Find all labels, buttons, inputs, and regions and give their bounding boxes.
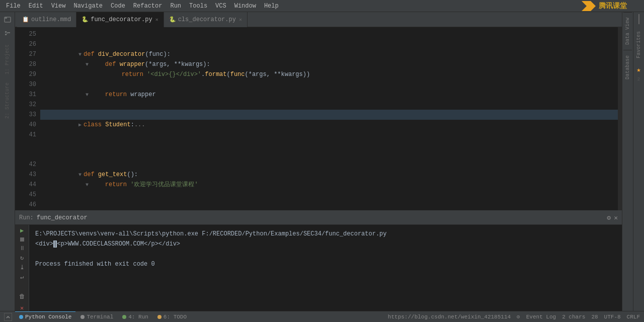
code-line-30: ▼ return wrapper (40, 79, 618, 90)
star-icon: ★ (634, 63, 642, 76)
code-line-46: @tags('div') (40, 200, 618, 210)
line-numbers: 25 26 27 28 29 30 31 32 33 40 41 (15, 27, 40, 157)
run-output: E:\PROJECTS\venvs\venv-all\Scripts\pytho… (29, 225, 622, 311)
status-right: https://blog.csdn.net/weixin_42185114 ⊙ … (388, 313, 640, 320)
code-line-27: ▼ def wrapper(*args, **kwargs): (40, 49, 618, 59)
tab-cls-decorator[interactable]: 🐍 cls_decorator.py ✕ (164, 12, 248, 27)
run-dot (122, 315, 126, 319)
output-line-1: E:\PROJECTS\venvs\venv-all\Scripts\pytho… (35, 229, 616, 239)
output-line-2: <div>|<p>WWW.CODECLASSROOM.COM</p></div> (35, 239, 616, 249)
line-numbers-lower: 42 43 44 45 46 47 (15, 157, 40, 210)
run-left-tools: ▶ ⏸ ↻ ⤓ ↵ 🗑 ✕ (15, 225, 29, 311)
run-panel: Run: func_decorator ⚙ ✕ ▶ ⏸ ↻ ⤓ (15, 210, 622, 311)
terminal-dot (80, 315, 85, 319)
code-line-41 (40, 130, 618, 140)
svg-rect-2 (5, 17, 7, 19)
settings-icon[interactable]: ⚙ (607, 214, 611, 222)
code-line-44 (40, 180, 618, 190)
menu-run[interactable]: Run (166, 2, 185, 11)
favorites-number: 2 (636, 76, 641, 83)
favorites-label[interactable]: Favorites (634, 26, 643, 63)
position-info: 2 chars (562, 314, 585, 320)
menu-code[interactable]: Code (107, 2, 129, 11)
right-panel-data-view[interactable]: Data View (623, 12, 632, 50)
left-sidebar: 1: Project 2: Structure (0, 12, 15, 311)
outline-tab-icon: 📋 (22, 16, 29, 23)
pause-button[interactable]: ⏸ (17, 245, 27, 252)
func-tab-icon: 🐍 (82, 16, 89, 23)
code-line-40 (40, 120, 618, 130)
cls-tab-icon: 🐍 (169, 16, 176, 23)
tab-outline[interactable]: 📋 outline.mmd (17, 12, 76, 27)
clear-button[interactable]: 🗑 (17, 293, 27, 300)
stop-button[interactable] (17, 236, 27, 243)
status-python-console[interactable]: Python Console (15, 311, 75, 323)
code-line-42: ▼def get_text(): (40, 159, 618, 170)
menu-window[interactable]: Window (230, 2, 260, 11)
code-content: ▼def div_decorator(func): ▼ def wrapper(… (40, 27, 618, 157)
run-button[interactable]: ▶ (17, 227, 27, 234)
close-panel-icon[interactable]: ✕ (614, 214, 618, 222)
event-log-label[interactable]: Event Log (526, 314, 556, 320)
code-line-26: ▼def div_decorator(func): (40, 39, 618, 49)
expand-button[interactable] (4, 313, 12, 321)
menu-help[interactable]: Help (260, 2, 283, 11)
tab-func-label: func_decorator.py (91, 16, 152, 23)
editor-scrollbar[interactable] (618, 27, 622, 157)
structure-icon[interactable] (2, 28, 13, 39)
right-panel-tabs: Data View Database (622, 12, 633, 311)
svg-marker-0 (582, 1, 596, 11)
svg-line-6 (7, 32, 8, 33)
tencent-logo-icon (582, 1, 596, 11)
output-line-3 (35, 249, 616, 259)
tab-func-decorator[interactable]: 🐍 func_decorator.py ✕ (76, 12, 164, 27)
svg-rect-3 (5, 31, 7, 33)
output-line-4: Process finished with exit code 0 (35, 259, 616, 269)
run-panel-toolbar: ⚙ ✕ (607, 214, 618, 222)
tab-func-close[interactable]: ✕ (155, 17, 158, 23)
scroll-end-button[interactable]: ⤓ (17, 264, 27, 271)
menu-edit[interactable]: Edit (25, 2, 47, 11)
code-content-lower: ▼def get_text(): ▼ return '欢迎学习优品课堂课程' @… (40, 157, 618, 210)
status-bar: Python Console Terminal 4: Run 6: TODO h… (0, 311, 644, 322)
tab-cls-label: cls_decorator.py (178, 16, 236, 23)
code-editor-lower: 42 43 44 45 46 47 ▼def get_text(): ▼ ret… (15, 157, 622, 210)
svg-line-7 (7, 33, 8, 35)
todo-label: 6: TODO (164, 314, 187, 320)
python-console-label: Python Console (25, 314, 71, 320)
code-line-33: ▶class Student:... (40, 110, 618, 120)
status-todo[interactable]: 6: TODO (153, 311, 191, 323)
code-editor: 25 26 27 28 29 30 31 32 33 40 41 ▼def di… (15, 27, 622, 157)
soft-wrap-button[interactable]: ↵ (17, 273, 27, 281)
encoding-info: UTF-8 (604, 314, 621, 320)
kill-button[interactable]: ✕ (17, 304, 27, 311)
code-line-25 (40, 29, 618, 39)
line-sep-info: CRLF (627, 314, 640, 320)
menu-refactor[interactable]: Refactor (129, 2, 167, 11)
project-icon[interactable] (2, 14, 13, 25)
tab-cls-close[interactable]: ✕ (239, 17, 242, 23)
menu-vcs[interactable]: VCS (211, 2, 230, 11)
menu-view[interactable]: View (47, 2, 70, 11)
status-left: Python Console Terminal 4: Run 6: TODO (4, 311, 191, 323)
menu-tools[interactable]: Tools (185, 2, 211, 11)
menu-bar: File Edit View Navigate Code Refactor Ru… (0, 0, 644, 12)
tab-bar: 📋 outline.mmd 🐍 func_decorator.py ✕ 🐍 cl… (15, 12, 622, 27)
terminal-label: Terminal (87, 314, 113, 320)
status-terminal[interactable]: Terminal (76, 311, 117, 323)
code-line-43: ▼ return '欢迎学习优品课堂课程' (40, 170, 618, 180)
svg-rect-4 (5, 34, 7, 35)
structure-number: 2: Structure (4, 80, 11, 121)
editor-scrollbar-lower[interactable] (618, 157, 622, 210)
menu-file[interactable]: File (2, 2, 25, 11)
run-panel-header: Run: func_decorator ⚙ ✕ (15, 211, 622, 225)
status-run[interactable]: 4: Run (118, 311, 152, 323)
tab-outline-label: outline.mmd (31, 16, 71, 23)
run-panel-content: ▶ ⏸ ↻ ⤓ ↵ 🗑 ✕ E:\PROJECTS\venvs\venv-all… (15, 225, 622, 311)
right-panel-database[interactable]: Database (623, 50, 632, 85)
line-info: 28 (591, 314, 598, 320)
run-panel-run-label: Run: (19, 214, 34, 221)
favorites-sidebar: Favorites ★ 2 (633, 12, 644, 311)
rerun-button[interactable]: ↻ (17, 254, 27, 262)
menu-navigate[interactable]: Navigate (69, 2, 107, 11)
